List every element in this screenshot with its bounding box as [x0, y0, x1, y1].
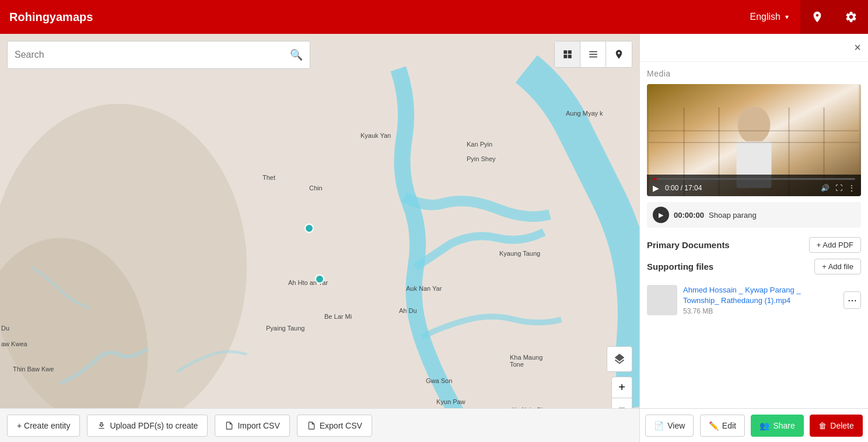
- file-menu-btn[interactable]: ⋯: [844, 291, 861, 309]
- upload-pdf-label: Upload PDF(s) to create: [110, 421, 198, 430]
- right-panel: × Media: [639, 34, 868, 442]
- primary-docs-title: Primary Documents: [647, 240, 730, 250]
- map-marker-1[interactable]: [304, 224, 314, 233]
- video-progress-fill: [653, 178, 657, 180]
- language-selector[interactable]: English ▾: [738, 0, 800, 34]
- settings-icon[interactable]: [834, 0, 868, 34]
- video-time: 0:00 / 17:04: [665, 184, 702, 192]
- main-content: 🔍: [0, 34, 868, 442]
- search-icon[interactable]: 🔍: [290, 48, 303, 61]
- edit-icon: ✏️: [709, 421, 719, 430]
- export-csv-label: Export CSV: [320, 421, 362, 430]
- upload-pdf-btn[interactable]: Upload PDF(s) to create: [87, 415, 208, 437]
- delete-btn[interactable]: 🗑 Delete: [810, 415, 862, 437]
- video-more-icon[interactable]: ⋮: [848, 184, 855, 192]
- map-marker-2[interactable]: [315, 274, 324, 284]
- add-pdf-btn[interactable]: + Add PDF: [809, 237, 861, 253]
- bottom-toolbar: + Create entity Upload PDF(s) to create …: [0, 408, 639, 442]
- chevron-down-icon: ▾: [785, 13, 789, 21]
- file-size: 53.76 MB: [683, 307, 838, 315]
- add-file-btn[interactable]: + Add file: [814, 259, 861, 274]
- layers-button[interactable]: [607, 346, 632, 372]
- delete-label: Delete: [830, 421, 853, 430]
- view-btn[interactable]: 📄 View: [645, 415, 694, 437]
- share-label: Share: [773, 421, 794, 430]
- panel-close-btn[interactable]: ×: [854, 41, 861, 54]
- language-label: English: [750, 12, 780, 22]
- edit-label: Edit: [722, 421, 736, 430]
- audio-time: 00:00:00: [674, 211, 704, 220]
- map-container[interactable]: 🔍: [0, 34, 639, 442]
- create-entity-btn[interactable]: + Create entity: [7, 415, 80, 437]
- audio-player: ▶ 00:00:00 Shoap parang: [647, 202, 861, 228]
- import-csv-btn[interactable]: Import CSV: [215, 415, 289, 437]
- file-thumbnail: [647, 285, 677, 315]
- map-pin-header-icon[interactable]: [800, 0, 834, 34]
- trash-icon: 🗑: [818, 421, 827, 430]
- panel-body: Media: [640, 62, 868, 408]
- audio-play-btn[interactable]: ▶: [653, 207, 669, 223]
- primary-docs-header: Primary Documents + Add PDF: [647, 237, 861, 253]
- search-bar: 🔍: [7, 41, 310, 69]
- video-controls-left: ▶ 0:00 / 17:04: [653, 183, 702, 193]
- supporting-files-title: Supporting files: [647, 262, 713, 272]
- grid-view-btn[interactable]: [555, 41, 580, 67]
- media-section-title: Media: [647, 69, 861, 78]
- video-fullscreen-icon[interactable]: ⛶: [835, 184, 842, 192]
- pin-view-btn[interactable]: [606, 41, 632, 67]
- audio-title: Shoap parang: [709, 211, 757, 220]
- video-controls-row: ▶ 0:00 / 17:04 🔊 ⛶ ⋮: [653, 183, 855, 193]
- zoom-in-btn[interactable]: +: [611, 377, 632, 398]
- map-svg: [0, 34, 639, 442]
- video-volume-icon[interactable]: 🔊: [821, 184, 830, 192]
- view-label: View: [667, 421, 685, 430]
- share-icon: 👥: [760, 421, 769, 430]
- export-csv-btn[interactable]: Export CSV: [297, 415, 372, 437]
- video-progress-bar[interactable]: [653, 178, 855, 180]
- file-info: Ahmed Hossain _ Kywap Parang _ Township_…: [683, 285, 838, 315]
- supporting-files-header: Supporting files + Add file: [647, 259, 861, 274]
- import-csv-label: Import CSV: [237, 421, 279, 430]
- video-controls-right: 🔊 ⛶ ⋮: [821, 184, 855, 192]
- map-view-controls: [554, 41, 632, 68]
- share-btn[interactable]: 👥 Share: [751, 415, 803, 437]
- view-icon: 📄: [654, 421, 664, 430]
- edit-btn[interactable]: ✏️ Edit: [700, 415, 745, 437]
- panel-actions: 📄 View ✏️ Edit 👥 Share 🗑 Delete: [640, 408, 868, 442]
- app-logo: Rohingyamaps: [9, 11, 93, 24]
- svg-point-4: [738, 106, 771, 144]
- video-play-btn[interactable]: ▶: [653, 183, 659, 193]
- panel-header: ×: [640, 34, 868, 62]
- video-controls: ▶ 0:00 / 17:04 🔊 ⛶ ⋮: [647, 175, 861, 196]
- file-name: Ahmed Hossain _ Kywap Parang _ Township_…: [683, 285, 838, 306]
- video-player[interactable]: ▶ 0:00 / 17:04 🔊 ⛶ ⋮: [647, 84, 861, 196]
- search-input[interactable]: [15, 50, 290, 60]
- app-header: Rohingyamaps English ▾: [0, 0, 868, 34]
- header-right: English ▾: [738, 0, 868, 34]
- list-view-btn[interactable]: [580, 41, 606, 67]
- file-item: Ahmed Hossain _ Kywap Parang _ Township_…: [647, 280, 861, 320]
